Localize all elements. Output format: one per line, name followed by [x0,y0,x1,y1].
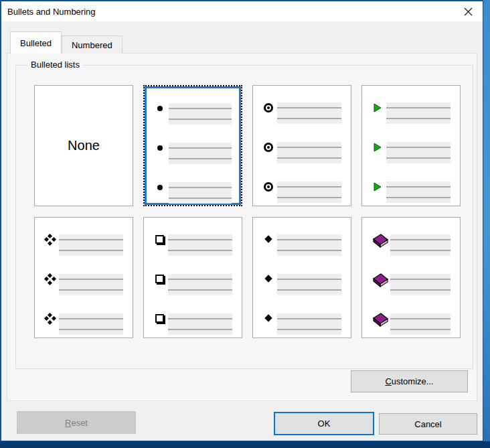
bullet-style-card-filled-circle[interactable] [143,85,242,206]
text-line-placeholder [386,181,451,203]
reset-button[interactable]: Reset [17,411,136,434]
text-line-placeholder [277,313,341,335]
text-line-placeholder [277,102,341,124]
four-diamonds-bullet-icon [45,234,56,245]
shadowed-square-bullet-icon [155,314,164,323]
tab-bulleted[interactable]: Bulleted [10,31,62,54]
bullet-column [260,313,277,335]
tab-numbered-label: Numbered [72,40,112,50]
shadowed-square-bullet-icon [155,235,164,244]
close-button[interactable] [453,1,483,21]
card-preview [145,86,241,205]
bullet-style-card-black-diamond[interactable] [252,217,351,338]
ok-button-label: OK [318,419,331,429]
purple-book-bullet-icon [371,233,389,249]
purple-book-bullet-icon [371,273,389,289]
preview-list-item [260,181,341,203]
desktop-background: Bullets and Numbering Bulleted Numbered … [0,0,490,448]
preview-list-item [151,182,232,204]
preview-list-item [369,102,451,124]
preview-list-item [260,142,341,163]
green-arrow-bullet-icon [374,143,382,152]
ok-button[interactable]: OK [274,412,374,435]
preview-list-item [42,313,123,335]
purple-book-bullet-icon [371,312,389,328]
bullet-style-card-four-diamonds[interactable] [34,217,133,338]
green-arrow-bullet-icon [374,182,382,192]
bullet-column [369,274,390,295]
tab-page-bulleted: Bulleted lists None Customize... [7,53,477,401]
card-preview: None [35,86,133,206]
four-diamonds-bullet-icon [45,274,56,285]
tab-numbered[interactable]: Numbered [62,35,122,54]
text-line-placeholder [386,102,451,124]
text-line-placeholder [168,313,232,335]
circled-dot-bullet-icon [264,103,273,113]
card-preview [253,218,351,338]
circled-dot-bullet-icon [264,143,273,152]
bullet-column [369,102,386,124]
bullet-style-card-green-arrow[interactable] [361,85,461,206]
bullet-style-card-shadowed-square[interactable] [143,217,242,338]
text-line-placeholder [169,143,232,164]
bullet-style-card-none[interactable]: None [34,85,133,206]
card-preview [144,218,242,338]
preview-list-item [260,313,341,335]
preview-list-item [369,142,451,163]
bullet-column [151,143,169,164]
bullet-column [151,234,168,256]
preview-list-item [369,181,451,203]
shadowed-square-bullet-icon [155,275,164,283]
bullet-column [260,142,277,163]
bullet-style-card-purple-book[interactable] [361,217,461,338]
cancel-button[interactable]: Cancel [379,413,477,435]
tab-bar: Bulleted Numbered [1,21,483,54]
bullet-column [260,274,277,295]
bullet-column [260,181,277,203]
none-card-label: None [68,138,100,153]
bullet-column [151,182,169,204]
bullet-column [260,234,277,256]
customize-button[interactable]: Customize... [351,370,468,392]
reset-button-label: R [65,418,71,428]
preview-list-item [369,234,451,256]
bulleted-lists-groupbox: Bulleted lists None [15,65,473,369]
bullet-style-card-circled-dot[interactable] [252,85,351,206]
preview-list-item [151,234,232,256]
text-line-placeholder [390,313,451,335]
bullets-and-numbering-dialog: Bullets and Numbering Bulleted Numbered … [0,0,483,441]
customize-button-label: C [385,376,391,386]
text-line-placeholder [59,274,123,295]
text-line-placeholder [277,274,341,295]
text-line-placeholder [277,234,341,256]
text-line-placeholder [390,234,451,256]
text-line-placeholder [59,313,123,335]
text-line-placeholder [386,142,451,163]
bullet-column [369,181,386,203]
close-icon [464,7,473,16]
preview-list-item [151,274,232,295]
preview-list-item [260,274,341,295]
black-diamond-bullet-icon [264,235,272,242]
bullet-column [151,313,168,335]
text-line-placeholder [168,234,232,256]
card-preview [362,86,460,206]
tab-bulleted-label: Bulleted [20,38,52,48]
card-preview [253,86,351,206]
bullet-column [260,102,277,124]
preview-list-item [260,234,341,256]
card-preview [362,218,460,338]
bullet-column [369,142,386,163]
bullet-column [42,313,59,335]
preview-list-item [151,313,232,335]
window-title: Bullets and Numbering [1,7,96,17]
taskbar-strip [0,441,490,448]
filled-circle-bullet-icon [157,185,163,190]
text-line-placeholder [169,103,232,125]
groupbox-label: Bulleted lists [27,60,83,70]
bullet-column [151,274,168,295]
black-diamond-bullet-icon [264,275,272,282]
cancel-button-label: Cancel [414,419,441,429]
circled-dot-bullet-icon [264,182,273,192]
bullet-column [151,103,169,125]
